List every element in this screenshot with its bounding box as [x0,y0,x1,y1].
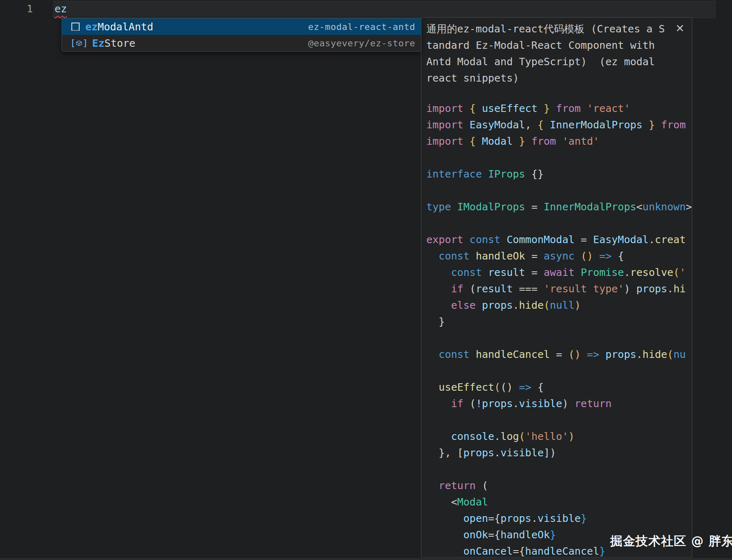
editor-typed-text[interactable]: ez [55,0,67,18]
current-line-highlight [53,1,716,18]
doc-title: 通用的ez-modal-react代码模板 (Creates a S tanda… [421,18,692,87]
code-line [426,412,692,428]
doc-title-line: react snippets) [426,70,675,87]
code-line [426,363,692,379]
gutter-line-number: 1 [0,0,33,18]
code-line: const handleCancel = () => props.hide(nu [426,346,692,363]
code-line: return ( [426,478,692,494]
code-line: import EasyModal, { InnerModalProps } fr… [426,117,692,133]
code-line: const result = await Promise.resolve(' [426,264,692,281]
suggest-details-panel: × 通用的ez-modal-react代码模板 (Creates a S tan… [421,17,692,558]
code-line: } [426,314,692,330]
code-line: }, [props.visible]) [426,445,692,461]
code-line: import { useEffect } from 'react' [426,100,692,117]
code-line: <Modal [426,494,692,510]
code-line [426,215,692,232]
doc-title-line: Antd Modal and TypeScript) (ez modal [426,54,675,70]
snippet-icon [71,23,80,31]
code-line: const handleOk = async () => { [426,248,692,264]
suggestion-label: EzStore [92,37,135,49]
snippet-code-preview: import { useEffect } from 'react'import … [421,100,692,558]
suggest-widget: ezModalAntd ez-modal-react-antd [] EzSto… [62,18,421,52]
suggestion-detail: ez-modal-react-antd [308,22,415,32]
typed-word-with-error-squiggle: ez [55,3,67,15]
code-line: import { Modal } from 'antd' [426,133,692,150]
suggestion-item-ezmodalantd[interactable]: ezModalAntd ez-modal-react-antd [62,18,421,35]
code-line: if (!props.visible) return [426,396,692,412]
suggestion-item-ezstore[interactable]: [] EzStore @easyevery/ez-store [62,35,421,51]
doc-title-line: 通用的ez-modal-react代码模板 (Creates a S [426,21,675,37]
package-icon: [] [70,39,88,47]
code-line: export const CommonModal = EasyModal.cre… [426,232,692,248]
code-line [426,461,692,478]
code-line: useEffect(() => { [426,379,692,396]
bottom-scrollbar-strip[interactable] [0,558,732,560]
code-line [426,330,692,346]
code-line: console.log('hello') [426,428,692,445]
code-line: if (result === 'result type') props.hi [426,281,692,297]
code-line: type IModalProps = InnerModalProps<unkno… [426,199,692,215]
suggestion-label: ezModalAntd [85,21,153,33]
watermark: 掘金技术社区 @ 胖东蓝 [610,533,732,550]
code-line: interface IProps {} [426,166,692,182]
suggestion-detail: @easyevery/ez-store [308,38,415,48]
doc-title-line: tandard Ez-Modal-React Component with [426,37,675,54]
code-line: else props.hide(null) [426,297,692,314]
code-line: open={props.visible} [426,510,692,527]
code-line [426,182,692,199]
close-icon[interactable]: × [674,22,686,34]
code-line [426,150,692,166]
